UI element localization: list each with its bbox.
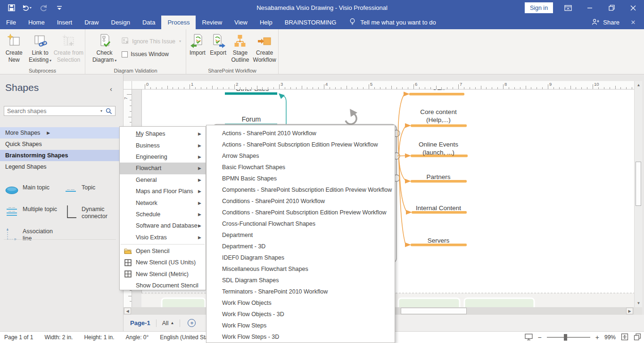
fit-page-icon[interactable] (621, 333, 628, 342)
topic-other-sites[interactable]: Other Sites (236, 90, 269, 92)
topic-core-content-label[interactable]: Core content(Help,...) (420, 108, 457, 123)
create-workflow-button[interactable]: Create Workflow (252, 31, 277, 64)
all-pages-button[interactable]: All▲ (162, 320, 174, 327)
share-button[interactable]: Share (592, 16, 619, 29)
stencil-nav-brainstorming-shapes[interactable]: Brainstorming Shapes (0, 150, 123, 161)
save-icon[interactable] (7, 3, 16, 13)
topic-online-events-connector[interactable] (397, 156, 405, 156)
add-page-icon[interactable]: + (188, 319, 196, 327)
legend-shape[interactable] (162, 298, 205, 307)
tab-insert[interactable]: Insert (51, 16, 79, 29)
submenu-item-basic-flowchart-shapes[interactable]: Basic Flowchart Shapes (206, 162, 395, 173)
zoom-in-icon[interactable]: + (595, 334, 599, 341)
switch-windows-icon[interactable] (634, 333, 641, 342)
topic-partners-label[interactable]: Partners (426, 173, 450, 180)
status-item[interactable]: Height: 1 in. (84, 334, 114, 341)
scroll-left-icon[interactable]: ◀ (124, 308, 131, 314)
scroll-down-icon[interactable]: ▼ (635, 299, 643, 307)
menu-item-network[interactable]: Network▶ (120, 197, 206, 208)
stencil-shape-dynamic-connector[interactable]: Dynamic connector (62, 204, 121, 221)
check-diagram-button[interactable]: Check Diagram▾ (90, 31, 119, 64)
menu-item-new-stencil-us-units-[interactable]: New Stencil (US Units) (120, 257, 206, 268)
tab-file[interactable]: File (0, 16, 22, 29)
page-tab[interactable]: Page-1 (130, 319, 150, 327)
legend-shape[interactable] (398, 298, 460, 307)
submenu-item-conditions-sharepoint-2010-workflow[interactable]: Conditions - SharePoint 2010 Workflow (206, 196, 395, 207)
menu-item-flowchart[interactable]: Flowchart▶ (120, 163, 206, 174)
legend-shape[interactable] (464, 298, 534, 307)
menu-item-software-and-database[interactable]: Software and Database▶ (120, 220, 206, 231)
menu-item-my-shapes[interactable]: My Shapes▶ (120, 128, 206, 139)
submenu-item-actions-sharepoint-subscription-edition-preview-workflow[interactable]: Actions - SharePoint Subscription Editio… (206, 139, 395, 150)
menu-item-schedule[interactable]: Schedule▶ (120, 209, 206, 220)
scroll-right-icon[interactable]: ▶ (626, 308, 633, 314)
zoom-slider[interactable] (547, 337, 590, 338)
undo-icon[interactable] (23, 3, 32, 13)
collapse-ribbon-icon[interactable]: ✕ (626, 16, 640, 29)
vertical-scroll-thumb[interactable] (636, 162, 641, 206)
export-button[interactable]: Export (208, 31, 229, 57)
menu-item-maps-and-floor-plans[interactable]: Maps and Floor Plans▶ (120, 186, 206, 197)
topic-uex-connector[interactable] (398, 95, 404, 155)
submenu-item-department[interactable]: Department (206, 229, 395, 241)
scroll-up-icon[interactable]: ▲ (635, 81, 643, 89)
tell-me-box[interactable]: Tell me what you want to do (342, 16, 442, 29)
topic-internal-content-label[interactable]: Internal Content (416, 204, 461, 212)
zoom-slider-thumb[interactable] (564, 334, 567, 341)
submenu-item-work-flow-steps-3d[interactable]: Work Flow Steps - 3D (206, 331, 395, 343)
tab-brainstorming[interactable]: BRAINSTORMING (279, 16, 343, 29)
submenu-item-conditions-sharepoint-subscription-edition-preview-workflow[interactable]: Conditions - SharePoint Subscription Edi… (206, 207, 395, 218)
stencil-shape-association-line[interactable]: Association line (3, 226, 62, 243)
submenu-item-work-flow-objects-3d[interactable]: Work Flow Objects - 3D (206, 309, 395, 320)
stencil-nav-quick-shapes[interactable]: Quick Shapes (0, 139, 123, 150)
submenu-item-cross-functional-flowchart-shapes[interactable]: Cross-Functional Flowchart Shapes (206, 218, 395, 229)
zoom-percent[interactable]: 99% (604, 334, 616, 341)
stencil-nav-more-shapes[interactable]: More Shapes▶ (0, 127, 123, 139)
topic-uex-label[interactable]: UEx (432, 90, 445, 91)
submenu-item-idef0-diagram-shapes[interactable]: IDEF0 Diagram Shapes (206, 252, 395, 263)
import-button[interactable]: Import (187, 31, 208, 57)
zoom-out-icon[interactable]: − (538, 334, 542, 341)
search-icon[interactable] (105, 108, 115, 114)
restore-icon[interactable] (601, 0, 622, 16)
submenu-item-miscellaneous-flowchart-shapes[interactable]: Miscellaneous Flowchart Shapes (206, 263, 395, 275)
search-input[interactable] (4, 108, 98, 114)
tab-review[interactable]: Review (196, 16, 228, 29)
topic-internal-content-connector[interactable] (399, 157, 406, 212)
presentation-mode-icon[interactable] (525, 333, 533, 342)
menu-item-visio-extras[interactable]: Visio Extras▶ (120, 232, 206, 243)
horizontal-scroll-thumb[interactable] (401, 308, 467, 314)
ribbon-display-options-icon[interactable] (557, 0, 579, 16)
stencil-shape-main-topic[interactable]: Main topic (3, 182, 62, 199)
tab-design[interactable]: Design (105, 16, 136, 29)
tab-data[interactable]: Data (136, 16, 161, 29)
status-item[interactable]: Width: 2 in. (44, 334, 73, 341)
teal-connector[interactable] (281, 95, 286, 125)
menu-item-open-stencil[interactable]: Open Stencil (120, 245, 206, 257)
vertical-scrollbar[interactable]: ▲ ▼ (634, 81, 642, 307)
topic-bar-other-sites[interactable] (225, 92, 277, 95)
close-icon[interactable] (622, 0, 644, 16)
submenu-item-bpmn-basic-shapes[interactable]: BPMN Basic Shapes (206, 173, 395, 184)
minimize-icon[interactable] (579, 0, 601, 16)
submenu-item-terminators-sharepoint-2010-workflow[interactable]: Terminators - SharePoint 2010 Workflow (206, 286, 395, 297)
link-to-existing-button[interactable]: Link to Existing▾ (27, 31, 53, 64)
tab-draw[interactable]: Draw (78, 16, 105, 29)
issues-window-checkbox[interactable]: Issues Window (122, 51, 181, 57)
tab-process[interactable]: Process (161, 16, 196, 29)
submenu-item-department-3d[interactable]: Department - 3D (206, 241, 395, 252)
tab-help[interactable]: Help (254, 16, 279, 29)
menu-item-general[interactable]: General▶ (120, 174, 206, 186)
status-item[interactable]: Page 1 of 1 (4, 334, 33, 341)
menu-item-business[interactable]: Business▶ (120, 139, 206, 151)
status-item[interactable]: Angle: 0° (125, 334, 149, 341)
collapse-panel-icon[interactable]: ‹ (110, 85, 112, 93)
topic-core-content-bar[interactable] (411, 124, 467, 127)
stencil-shape-multiple-topic[interactable]: Multiple topic (3, 204, 62, 221)
stage-outline-button[interactable]: Stage Outline (229, 31, 252, 64)
create-new-button[interactable]: Create New (1, 31, 27, 64)
search-dropdown-caret[interactable]: ▾ (98, 109, 105, 113)
customize-quick-access-icon[interactable] (55, 3, 64, 13)
topic-uex-bar[interactable] (409, 93, 464, 96)
submenu-item-arrow-shapes[interactable]: Arrow Shapes (206, 150, 395, 162)
